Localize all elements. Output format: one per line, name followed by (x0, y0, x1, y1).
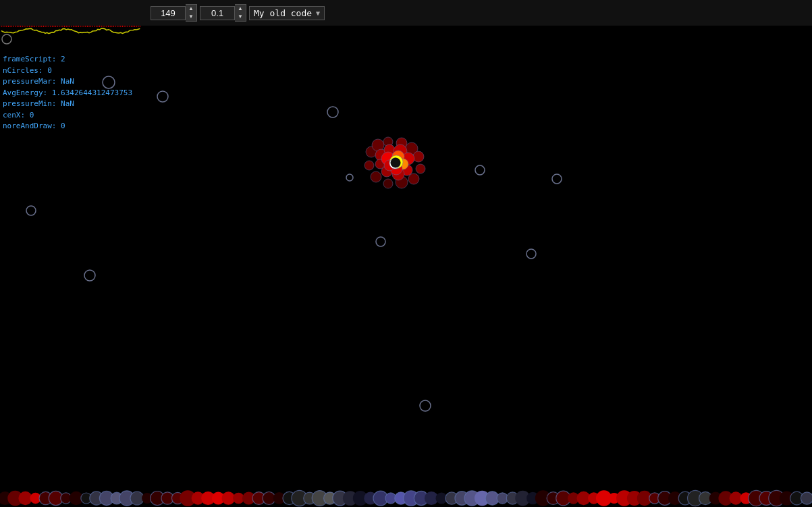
value2-input-group: 0.1 ▲ ▼ (200, 4, 246, 22)
value2-input[interactable]: 0.1 (200, 6, 235, 20)
chevron-down-icon: ▼ (316, 9, 320, 17)
value1-up-button[interactable]: ▲ (186, 5, 196, 13)
value2-up-button[interactable]: ▲ (235, 5, 246, 13)
value1-input-group: 149 ▲ ▼ (151, 4, 197, 22)
dropdown-label: My old code (254, 8, 312, 18)
value1-down-button[interactable]: ▼ (186, 13, 196, 21)
toolbar: 149 ▲ ▼ 0.1 ▲ ▼ My old code ▼ (0, 0, 812, 26)
value2-spinners: ▲ ▼ (235, 4, 246, 22)
value1-spinners: ▲ ▼ (186, 4, 197, 22)
algorithm-dropdown[interactable]: My old code ▼ (249, 6, 325, 20)
value2-down-button[interactable]: ▼ (235, 13, 246, 21)
value1-input[interactable]: 149 (151, 6, 186, 20)
